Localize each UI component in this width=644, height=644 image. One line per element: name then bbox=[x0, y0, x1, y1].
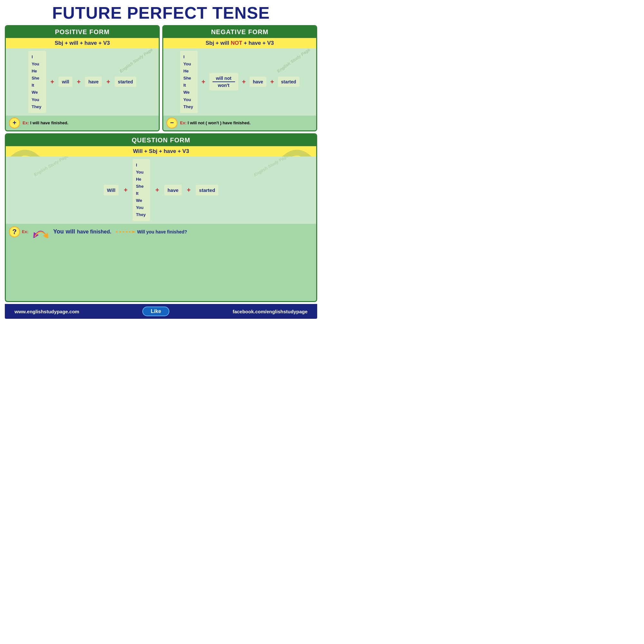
positive-have-cell: have bbox=[85, 77, 102, 87]
negative-example-sentence: I will not ( won't ) have finished. bbox=[188, 120, 251, 125]
negative-example-bar: − Ex: I will not ( won't ) have finished… bbox=[163, 116, 316, 130]
question-will-q: will bbox=[66, 228, 75, 235]
neg-formula-after: + have + V3 bbox=[242, 40, 274, 46]
question-ex-label: Ex: bbox=[22, 229, 28, 234]
negative-ex-label: Ex: bbox=[180, 120, 186, 125]
negative-formula: Sbj + will NOT + have + V3 bbox=[163, 38, 316, 48]
page-wrapper: FUTURE PERFECT TENSE POSITIVE FORM Sbj +… bbox=[0, 0, 322, 322]
positive-content: English Study Page IYouHeSheItWeYouThey … bbox=[6, 48, 159, 116]
negative-plus3: + bbox=[268, 78, 276, 86]
arrow-group bbox=[30, 226, 51, 238]
negative-plus1: + bbox=[200, 78, 207, 86]
question-formula: Will + Sbj + have + V3 bbox=[6, 146, 316, 156]
positive-example: Ex: I will have finished. bbox=[23, 120, 68, 125]
question-have-cell: have bbox=[164, 185, 182, 195]
will-not-text: will not bbox=[216, 76, 231, 81]
top-row: POSITIVE FORM Sbj + will + have + V3 Eng… bbox=[5, 25, 317, 131]
like-button[interactable]: Like bbox=[142, 307, 169, 316]
negative-started: started bbox=[281, 79, 296, 84]
question-plus2: + bbox=[153, 186, 161, 194]
positive-will-cell: will bbox=[59, 77, 72, 87]
positive-started-cell: started bbox=[115, 77, 136, 87]
positive-example-sentence: I will have finished. bbox=[30, 120, 68, 125]
arch-right bbox=[278, 146, 316, 156]
footer-bar: www.englishstudypage.com Like facebook.c… bbox=[5, 304, 317, 319]
positive-plus3: + bbox=[104, 78, 112, 86]
question-started-cell: started bbox=[196, 185, 218, 195]
question-circle: ? bbox=[9, 226, 20, 237]
question-answer: Will you have finished? bbox=[137, 229, 187, 234]
positive-formula: Sbj + will + have + V3 bbox=[6, 38, 159, 48]
positive-circle: + bbox=[9, 118, 20, 128]
positive-pronouns-cell: IYouHeSheItWeYouThey bbox=[28, 51, 46, 113]
positive-form-box: POSITIVE FORM Sbj + will + have + V3 Eng… bbox=[5, 25, 160, 131]
negative-content: English Study Page IYouHeSheItWeYouThey … bbox=[163, 48, 316, 116]
arch-left bbox=[6, 146, 44, 156]
positive-header: POSITIVE FORM bbox=[6, 26, 159, 38]
question-example-bar: ? Ex: bbox=[6, 224, 316, 240]
positive-will: will bbox=[62, 79, 69, 84]
question-will: Will bbox=[107, 187, 116, 193]
negative-form-box: NEGATIVE FORM Sbj + will NOT + have + V3… bbox=[162, 25, 317, 131]
dashed-arrow-group bbox=[116, 229, 135, 234]
question-pronouns: IYouHeSheItWeYouThey bbox=[136, 162, 147, 219]
question-you: You bbox=[53, 228, 64, 235]
negative-pronouns: IYouHeSheItWeYouThey bbox=[183, 53, 194, 110]
neg-formula-not: NOT bbox=[231, 40, 242, 46]
will-not-box: will not won't bbox=[213, 76, 235, 88]
negative-have: have bbox=[253, 79, 263, 84]
question-plus3: + bbox=[185, 186, 193, 194]
question-will-cell: Will bbox=[104, 185, 119, 195]
will-not-line bbox=[213, 81, 235, 82]
positive-plus1: + bbox=[49, 78, 56, 86]
negative-example: Ex: I will not ( won't ) have finished. bbox=[180, 120, 251, 125]
positive-ex-label: Ex: bbox=[23, 120, 29, 125]
negative-pronouns-cell: IYouHeSheItWeYouThey bbox=[180, 51, 197, 113]
question-plus1: + bbox=[122, 186, 129, 194]
svg-marker-1 bbox=[132, 231, 135, 233]
footer-left: www.englishstudypage.com bbox=[14, 309, 79, 314]
question-have: have bbox=[167, 187, 178, 193]
neg-formula-before: Sbj + will bbox=[205, 40, 231, 46]
question-header: QUESTION FORM bbox=[6, 134, 316, 146]
page-title: FUTURE PERFECT TENSE bbox=[5, 3, 317, 23]
wont-text: won't bbox=[218, 83, 230, 88]
positive-have: have bbox=[88, 79, 99, 84]
positive-started: started bbox=[118, 79, 133, 84]
positive-example-bar: + Ex: I will have finished. bbox=[6, 116, 159, 130]
footer-right: facebook.com/englishstudypage bbox=[232, 309, 308, 314]
negative-plus2: + bbox=[240, 78, 248, 86]
question-started: started bbox=[199, 187, 215, 193]
question-pronouns-cell: IYouHeSheItWeYouThey bbox=[133, 159, 150, 221]
positive-pronouns: IYouHeSheItWeYouThey bbox=[32, 53, 43, 110]
negative-header: NEGATIVE FORM bbox=[163, 26, 316, 38]
question-content: English Study Page English Study Page Wi… bbox=[6, 156, 316, 224]
question-have-finished: have finished. bbox=[77, 229, 111, 235]
negative-circle: − bbox=[166, 118, 177, 128]
negative-willnot-cell: will not won't bbox=[209, 73, 238, 90]
negative-started-cell: started bbox=[278, 77, 299, 87]
question-formula-text: Will + Sbj + have + V3 bbox=[133, 148, 189, 154]
negative-have-cell: have bbox=[250, 77, 266, 87]
positive-plus2: + bbox=[75, 78, 83, 86]
question-form-box: QUESTION FORM Will + Sbj + have + V3 Eng… bbox=[5, 133, 317, 302]
